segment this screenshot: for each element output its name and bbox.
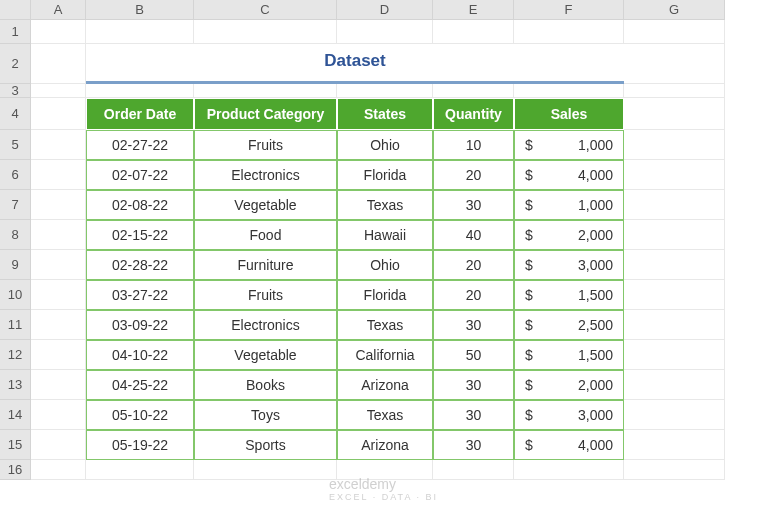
table-row[interactable]: 30 xyxy=(433,400,514,430)
table-row[interactable]: Texas xyxy=(337,310,433,340)
table-row[interactable]: 03-27-22 xyxy=(86,280,194,310)
table-row[interactable]: Florida xyxy=(337,280,433,310)
table-row[interactable]: Arizona xyxy=(337,430,433,460)
table-row[interactable]: 04-10-22 xyxy=(86,340,194,370)
table-row[interactable]: 20 xyxy=(433,250,514,280)
cell-F16[interactable] xyxy=(514,460,624,480)
cell-A2[interactable] xyxy=(31,44,86,84)
cell-G11[interactable] xyxy=(624,310,725,340)
row-header-8[interactable]: 8 xyxy=(0,220,31,250)
cell-A12[interactable] xyxy=(31,340,86,370)
table-row[interactable]: 30 xyxy=(433,310,514,340)
table-row[interactable]: $1,000 xyxy=(514,130,624,160)
cell-G3[interactable] xyxy=(624,84,725,98)
col-header-E[interactable]: E xyxy=(433,0,514,20)
cell-A14[interactable] xyxy=(31,400,86,430)
cell-A5[interactable] xyxy=(31,130,86,160)
table-row[interactable]: 30 xyxy=(433,430,514,460)
table-row[interactable]: Furniture xyxy=(194,250,337,280)
cell-F3[interactable] xyxy=(514,84,624,98)
cell-G1[interactable] xyxy=(624,20,725,44)
table-row[interactable]: Electronics xyxy=(194,160,337,190)
cell-E1[interactable] xyxy=(433,20,514,44)
table-row[interactable]: 20 xyxy=(433,160,514,190)
table-row[interactable]: 40 xyxy=(433,220,514,250)
row-header-16[interactable]: 16 xyxy=(0,460,31,480)
cell-C16[interactable] xyxy=(194,460,337,480)
cell-A6[interactable] xyxy=(31,160,86,190)
cell-B3[interactable] xyxy=(86,84,194,98)
table-row[interactable]: 10 xyxy=(433,130,514,160)
row-header-1[interactable]: 1 xyxy=(0,20,31,44)
row-header-3[interactable]: 3 xyxy=(0,84,31,98)
row-header-13[interactable]: 13 xyxy=(0,370,31,400)
table-row[interactable]: 02-15-22 xyxy=(86,220,194,250)
cell-D16[interactable] xyxy=(337,460,433,480)
row-header-4[interactable]: 4 xyxy=(0,98,31,130)
table-row[interactable]: 02-27-22 xyxy=(86,130,194,160)
table-row[interactable]: 04-25-22 xyxy=(86,370,194,400)
table-row[interactable]: 30 xyxy=(433,190,514,220)
table-row[interactable]: Fruits xyxy=(194,130,337,160)
row-header-2[interactable]: 2 xyxy=(0,44,31,84)
cell-G15[interactable] xyxy=(624,430,725,460)
table-header-sales[interactable]: Sales xyxy=(514,98,624,130)
table-row[interactable]: 05-19-22 xyxy=(86,430,194,460)
cell-A11[interactable] xyxy=(31,310,86,340)
table-row[interactable]: 02-07-22 xyxy=(86,160,194,190)
cell-G14[interactable] xyxy=(624,400,725,430)
cell-E16[interactable] xyxy=(433,460,514,480)
cell-A15[interactable] xyxy=(31,430,86,460)
col-header-F[interactable]: F xyxy=(514,0,624,20)
row-header-12[interactable]: 12 xyxy=(0,340,31,370)
page-title[interactable]: Dataset xyxy=(86,44,624,84)
table-row[interactable]: 50 xyxy=(433,340,514,370)
row-header-14[interactable]: 14 xyxy=(0,400,31,430)
cell-G2[interactable] xyxy=(624,44,725,84)
table-row[interactable]: $2,000 xyxy=(514,220,624,250)
col-header-A[interactable]: A xyxy=(31,0,86,20)
cell-G7[interactable] xyxy=(624,190,725,220)
table-row[interactable]: 30 xyxy=(433,370,514,400)
cell-G9[interactable] xyxy=(624,250,725,280)
table-row[interactable]: Ohio xyxy=(337,130,433,160)
cell-A4[interactable] xyxy=(31,98,86,130)
cell-B16[interactable] xyxy=(86,460,194,480)
table-row[interactable]: $1,500 xyxy=(514,280,624,310)
cell-G13[interactable] xyxy=(624,370,725,400)
cell-A9[interactable] xyxy=(31,250,86,280)
table-row[interactable]: Food xyxy=(194,220,337,250)
cell-A7[interactable] xyxy=(31,190,86,220)
row-header-11[interactable]: 11 xyxy=(0,310,31,340)
row-header-6[interactable]: 6 xyxy=(0,160,31,190)
col-header-G[interactable]: G xyxy=(624,0,725,20)
table-row[interactable]: 20 xyxy=(433,280,514,310)
cell-G12[interactable] xyxy=(624,340,725,370)
table-row[interactable]: $4,000 xyxy=(514,160,624,190)
table-row[interactable]: $1,000 xyxy=(514,190,624,220)
table-row[interactable]: Florida xyxy=(337,160,433,190)
table-row[interactable]: 05-10-22 xyxy=(86,400,194,430)
table-row[interactable]: Vegetable xyxy=(194,190,337,220)
table-row[interactable]: $3,000 xyxy=(514,400,624,430)
row-header-15[interactable]: 15 xyxy=(0,430,31,460)
cell-A10[interactable] xyxy=(31,280,86,310)
table-row[interactable]: $1,500 xyxy=(514,340,624,370)
table-header-product-category[interactable]: Product Category xyxy=(194,98,337,130)
table-row[interactable]: California xyxy=(337,340,433,370)
cell-G8[interactable] xyxy=(624,220,725,250)
table-row[interactable]: $4,000 xyxy=(514,430,624,460)
table-row[interactable]: Sports xyxy=(194,430,337,460)
cell-A8[interactable] xyxy=(31,220,86,250)
row-header-7[interactable]: 7 xyxy=(0,190,31,220)
cell-G4[interactable] xyxy=(624,98,725,130)
table-row[interactable]: 02-28-22 xyxy=(86,250,194,280)
table-header-states[interactable]: States xyxy=(337,98,433,130)
table-row[interactable]: Electronics xyxy=(194,310,337,340)
table-row[interactable]: Hawaii xyxy=(337,220,433,250)
cell-F1[interactable] xyxy=(514,20,624,44)
table-row[interactable]: Vegetable xyxy=(194,340,337,370)
cell-D3[interactable] xyxy=(337,84,433,98)
table-row[interactable]: 03-09-22 xyxy=(86,310,194,340)
table-row[interactable]: $2,500 xyxy=(514,310,624,340)
